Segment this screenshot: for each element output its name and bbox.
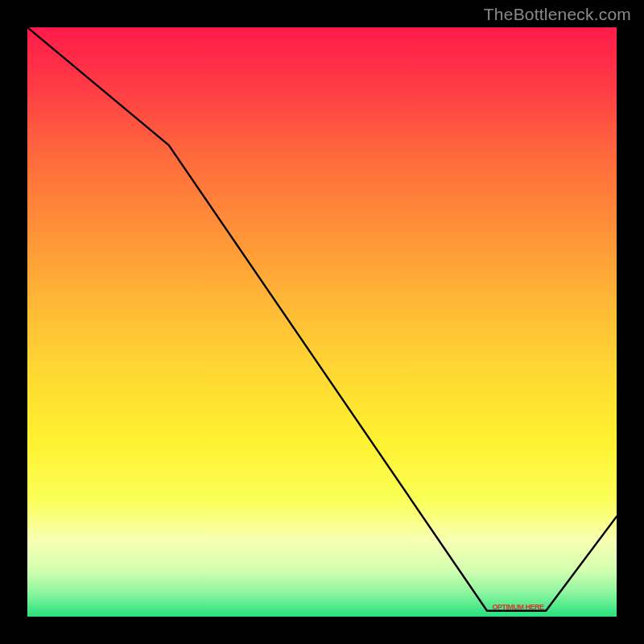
watermark-text: TheBottleneck.com	[484, 5, 631, 24]
optimum-label: OPTIMUM HERE	[493, 603, 544, 611]
bottleneck-curve	[27, 27, 617, 617]
chart-container: TheBottleneck.com OPTIMUM HERE	[0, 0, 644, 644]
plot-area: OPTIMUM HERE	[27, 27, 617, 617]
